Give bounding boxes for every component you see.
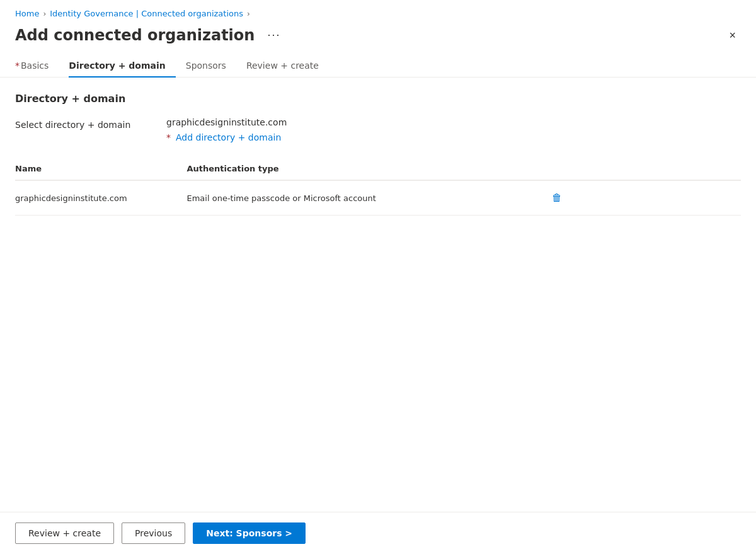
table-body: graphicdesigninstitute.com Email one-tim… — [15, 180, 741, 216]
breadcrumb: Home › Identity Governance | Connected o… — [0, 0, 756, 23]
page-header: Add connected organization ··· × — [0, 23, 756, 54]
column-header-name: Name — [15, 158, 186, 180]
tab-basics[interactable]: *Basics — [15, 54, 59, 77]
table-cell-auth-type: Email one-time passcode or Microsoft acc… — [186, 180, 741, 216]
add-link-star: * — [166, 132, 171, 142]
field-value-col: graphicdesigninstitute.com *Add director… — [166, 117, 287, 142]
delete-row-button[interactable]: 🗑 — [549, 190, 564, 206]
page-title: Add connected organization — [15, 26, 255, 44]
table-row: graphicdesigninstitute.com Email one-tim… — [15, 180, 741, 216]
page-header-left: Add connected organization ··· — [15, 26, 285, 44]
add-directory-link[interactable]: *Add directory + domain — [166, 132, 287, 142]
close-button[interactable]: × — [724, 27, 741, 43]
breadcrumb-home[interactable]: Home — [15, 9, 39, 18]
table-header-row: Name Authentication type — [15, 158, 741, 180]
field-row-directory-domain: Select directory + domain graphicdesigni… — [15, 117, 741, 142]
breadcrumb-separator-1: › — [43, 9, 46, 18]
tab-directory-domain[interactable]: Directory + domain — [69, 54, 175, 77]
tab-review-create[interactable]: Review + create — [246, 54, 329, 77]
auth-type-col: Email one-time passcode or Microsoft acc… — [186, 190, 564, 206]
previous-button[interactable]: Previous — [122, 522, 185, 544]
basics-required-star: * — [15, 61, 20, 71]
table-header: Name Authentication type — [15, 158, 741, 180]
field-label-select-directory: Select directory + domain — [15, 117, 166, 130]
column-header-auth-type: Authentication type — [186, 158, 741, 180]
breadcrumb-connected-orgs[interactable]: Identity Governance | Connected organiza… — [50, 9, 243, 18]
field-value-domain: graphicdesigninstitute.com — [166, 117, 287, 127]
more-options-button[interactable]: ··· — [262, 26, 285, 44]
breadcrumb-separator-2: › — [247, 9, 250, 18]
section-title: Directory + domain — [15, 93, 741, 105]
directory-table: Name Authentication type graphicdesignin… — [15, 158, 741, 216]
tab-sponsors[interactable]: Sponsors — [186, 54, 236, 77]
table-cell-name: graphicdesigninstitute.com — [15, 180, 186, 216]
trash-icon: 🗑 — [552, 192, 562, 203]
tabs-container: *Basics Directory + domain Sponsors Revi… — [0, 54, 756, 78]
footer: Review + create Previous Next: Sponsors … — [0, 512, 756, 554]
main-content: Directory + domain Select directory + do… — [0, 78, 756, 512]
next-sponsors-button[interactable]: Next: Sponsors > — [193, 522, 306, 544]
page-container: Home › Identity Governance | Connected o… — [0, 0, 756, 554]
review-create-button[interactable]: Review + create — [15, 522, 114, 544]
